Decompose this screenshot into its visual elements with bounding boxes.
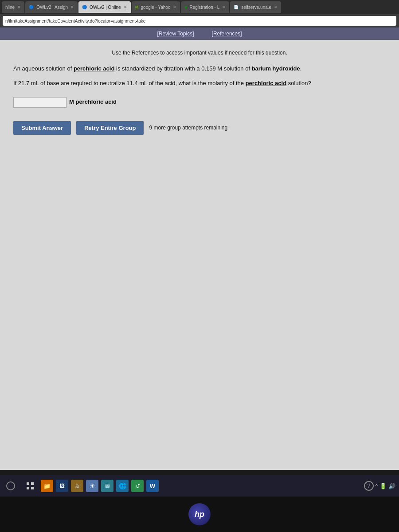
tab-selfserve[interactable]: 📄 selfserve.una.e ✕ [230,1,281,13]
retry-entire-group-button[interactable]: Retry Entire Group [76,121,144,135]
perchloric-acid-bold: perchloric acid [74,65,114,72]
references-note: Use the References to access important v… [13,49,386,57]
references-link[interactable]: [References] [212,31,242,37]
browser-content: [Review Topics] [References] Use the Ref… [0,27,399,470]
address-bar[interactable]: n/ilrn/takeAssignment/takeCovalentActivi… [3,16,396,26]
taskbar-text-icon[interactable]: a [71,480,83,492]
question-mark-icon[interactable]: ? [364,481,374,491]
yahoo-icon: y! [135,5,138,9]
browser-chrome: nline ✕ 🔵 OWLv2 | Assign ✕ 🔵 OWLv2 | Onl… [0,0,399,27]
taskbar-word-icon[interactable]: W [146,480,159,492]
answer-unit-label: M perchloric acid [69,98,117,107]
tab-nline-label: nline [5,5,15,10]
taskbar-refresh-icon[interactable]: ↺ [131,480,144,492]
caret-icon[interactable]: ^ [376,483,378,489]
tab-nline-close[interactable]: ✕ [17,5,21,9]
tab-selfserve-label: selfserve.una.e [241,5,271,10]
attempts-remaining-text: 9 more group attempts remaining [149,124,227,132]
speaker-icon: 🔊 [388,483,395,489]
answer-row: M perchloric acid [13,97,386,108]
owlv2-online-icon: 🔵 [82,5,87,9]
perchloric-acid-bold-2: perchloric acid [246,80,286,86]
tab-registration-label: Registration - L [189,5,219,10]
svg-rect-2 [27,487,29,489]
tab-google-yahoo[interactable]: y! google - Yahoo ✕ [132,1,180,13]
submit-answer-button[interactable]: Submit Answer [13,121,71,135]
tab-registration[interactable]: e Registration - L ✕ [181,1,229,13]
nav-bar: [Review Topics] [References] [0,27,399,40]
taskbar-grid-icon[interactable] [22,478,38,494]
svg-rect-0 [27,482,29,485]
svg-rect-3 [31,487,34,489]
taskbar-settings-icon[interactable]: ☀ [86,480,98,492]
page-content: Use the References to access important v… [0,40,399,470]
svg-rect-1 [31,482,34,485]
question-text-1: An aqueous solution of perchloric acid i… [13,64,386,74]
tab-registration-close[interactable]: ✕ [222,5,226,9]
address-text: n/ilrn/takeAssignment/takeCovalentActivi… [5,19,145,23]
buttons-row: Submit Answer Retry Entire Group 9 more … [13,121,386,135]
start-circle-icon [6,481,15,490]
registration-icon: e [184,5,187,9]
hp-logo-text: hp [195,510,204,519]
tab-owlv2-assign[interactable]: 🔵 OWLv2 | Assign ✕ [25,1,78,13]
tab-selfserve-close[interactable]: ✕ [274,5,278,9]
owlv2-assign-icon: 🔵 [29,5,34,9]
tab-google-yahoo-label: google - Yahoo [141,5,171,10]
tab-owlv2-assign-label: OWLv2 | Assign [36,5,68,10]
taskbar-file-manager-icon[interactable]: 📁 [41,480,53,492]
tab-bar: nline ✕ 🔵 OWLv2 | Assign ✕ 🔵 OWLv2 | Onl… [0,0,399,14]
tab-nline[interactable]: nline ✕ [2,1,24,13]
hp-logo-area: hp [0,497,399,532]
address-bar-row: n/ilrn/takeAssignment/takeCovalentActivi… [0,14,399,27]
barium-hydroxide-bold: barium hydroxide [252,65,300,72]
tab-google-yahoo-close[interactable]: ✕ [173,5,176,9]
tab-owlv2-online-label: OWLv2 | Online [90,5,121,10]
start-button[interactable] [4,479,18,493]
tab-owlv2-assign-close[interactable]: ✕ [70,5,74,9]
tab-owlv2-online-close[interactable]: ✕ [124,5,127,9]
taskbar-browser-icon[interactable]: 🌐 [116,480,129,492]
taskbar-system-tray: ? ^ 🔋 🔊 [364,481,395,491]
question-text-2: If 21.7 mL of base are required to neutr… [13,79,386,88]
hp-logo: hp [188,503,211,525]
taskbar-mail-icon[interactable]: ✉ [101,480,113,492]
battery-icon: 🔋 [379,483,387,489]
selfserve-icon: 📄 [234,5,239,9]
taskbar-app-icon[interactable]: 🖼 [56,480,68,492]
taskbar: 📁 🖼 a ☀ ✉ 🌐 ↺ W ? ^ 🔋 🔊 [0,475,399,497]
tab-owlv2-online[interactable]: 🔵 OWLv2 | Online ✕ [78,1,130,13]
review-topics-link[interactable]: [Review Topics] [157,31,194,37]
answer-input[interactable] [13,97,66,108]
